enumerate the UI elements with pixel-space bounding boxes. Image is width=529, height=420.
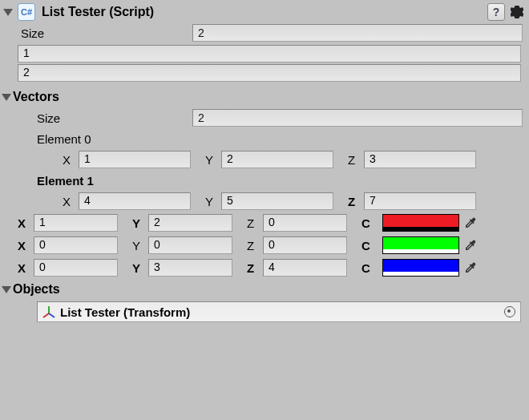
- color2-c-label: C: [361, 261, 378, 275]
- element1-x-field[interactable]: 4: [79, 192, 191, 210]
- component-foldout[interactable]: [3, 9, 13, 16]
- color2-z-label: Z: [247, 261, 263, 275]
- eyedropper-icon[interactable]: [464, 261, 477, 274]
- vectors-element1-label: Element 1: [0, 170, 529, 191]
- objects-element0-field[interactable]: List Tester (Transform): [37, 301, 521, 322]
- svg-line-1: [43, 313, 49, 317]
- color0-y-label: Y: [132, 216, 148, 230]
- color-row-2: X0Y3Z4C: [0, 256, 529, 279]
- color-rows-container: X1Y2Z0CX0Y0Z0CX0Y3Z4C: [0, 212, 529, 279]
- element0-z-label: Z: [348, 153, 364, 167]
- color1-z-label: Z: [247, 239, 263, 252]
- component-header: C# List Tester (Script) ?: [0, 0, 529, 22]
- color2-y-label: Y: [132, 261, 148, 275]
- objects-foldout[interactable]: [2, 286, 11, 293]
- color-row-1: X0Y0Z0C: [0, 234, 529, 256]
- color1-z-field[interactable]: 0: [263, 236, 347, 254]
- vectors-size-field[interactable]: 2: [192, 109, 523, 127]
- element0-z-field[interactable]: 3: [364, 151, 476, 168]
- element0-y-label: Y: [205, 153, 221, 167]
- element0-x-field[interactable]: 1: [79, 151, 191, 168]
- color1-x-field[interactable]: 0: [34, 236, 118, 254]
- vectors-element0-label: Element 0: [0, 128, 529, 149]
- gear-icon[interactable]: [510, 5, 524, 19]
- vectors-foldout[interactable]: [2, 94, 11, 101]
- inspector-panel: C# List Tester (Script) ? Size 2 1 2 Vec…: [0, 0, 529, 322]
- csharp-script-icon: C#: [18, 3, 35, 21]
- help-icon[interactable]: ?: [487, 3, 505, 21]
- color2-swatch[interactable]: [382, 259, 459, 277]
- vectors-size-label: Size: [37, 111, 192, 125]
- eyedropper-icon[interactable]: [464, 239, 477, 252]
- int-list-item-0[interactable]: 1: [18, 45, 521, 63]
- element0-y-field[interactable]: 2: [221, 151, 333, 168]
- element1-y-label: Y: [205, 195, 221, 208]
- color1-y-field[interactable]: 0: [148, 236, 232, 254]
- transform-icon: [42, 305, 55, 318]
- color0-y-field[interactable]: 2: [148, 214, 232, 232]
- color2-y-field[interactable]: 3: [148, 259, 232, 277]
- svg-line-2: [49, 313, 55, 317]
- vectors-title: Vectors: [13, 90, 59, 104]
- color2-x-label: X: [18, 261, 34, 275]
- element1-y-field[interactable]: 5: [221, 192, 333, 210]
- color0-z-field[interactable]: 0: [263, 214, 347, 232]
- vectors-element1-row: X 4 Y 5 Z 7: [0, 191, 529, 212]
- component-title: List Tester (Script): [42, 5, 487, 19]
- color0-x-field[interactable]: 1: [34, 214, 118, 232]
- vectors-section-header: Vectors: [0, 87, 529, 107]
- element1-z-field[interactable]: 7: [364, 192, 476, 210]
- color2-z-field[interactable]: 4: [263, 259, 347, 277]
- element0-x-label: X: [63, 153, 79, 167]
- color1-c-label: C: [361, 239, 378, 252]
- element0-label: Element 0: [37, 132, 91, 146]
- vectors-element0-row: X 1 Y 2 Z 3: [0, 149, 529, 170]
- int-list-size-row: Size 2: [0, 22, 529, 43]
- objects-element0-text: List Tester (Transform): [60, 305, 190, 319]
- color0-c-label: C: [361, 216, 378, 230]
- element1-z-label: Z: [348, 195, 364, 208]
- vectors-size-row: Size 2: [0, 107, 529, 128]
- color1-x-label: X: [18, 239, 34, 252]
- color-row-0: X1Y2Z0C: [0, 212, 529, 234]
- objects-section-header: Objects: [0, 279, 529, 300]
- color0-swatch[interactable]: [382, 214, 459, 232]
- color2-x-field[interactable]: 0: [34, 259, 118, 277]
- element1-x-label: X: [63, 195, 79, 208]
- color0-x-label: X: [18, 216, 34, 230]
- color1-y-label: Y: [132, 239, 148, 252]
- eyedropper-icon[interactable]: [464, 216, 477, 229]
- int-list-size-label: Size: [21, 26, 192, 40]
- object-picker-icon[interactable]: [504, 306, 515, 317]
- int-list-item-1[interactable]: 2: [18, 64, 521, 82]
- color0-z-label: Z: [247, 216, 263, 230]
- objects-title: Objects: [13, 282, 60, 297]
- color1-swatch[interactable]: [382, 236, 459, 254]
- int-list-size-field[interactable]: 2: [192, 24, 523, 42]
- element1-label: Element 1: [37, 174, 94, 188]
